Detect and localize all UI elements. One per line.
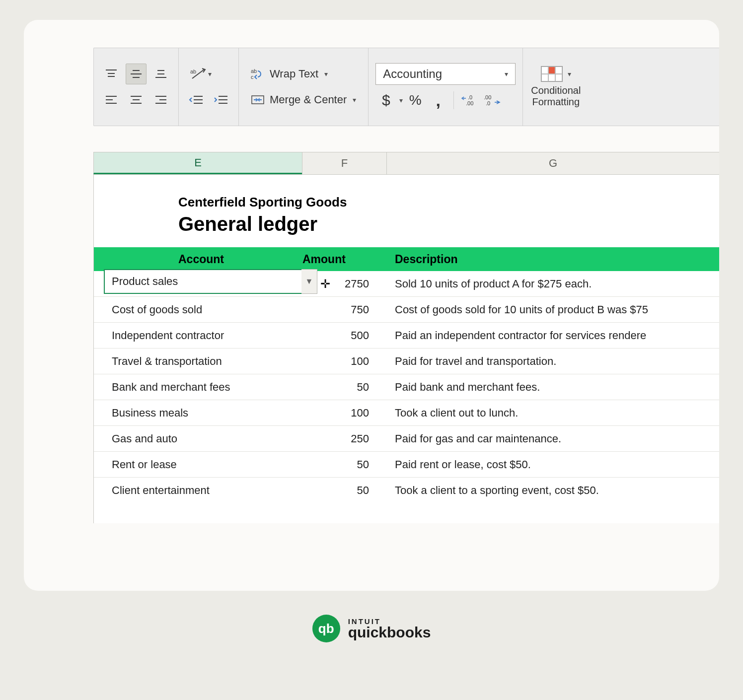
cell-account[interactable]: Gas and auto — [94, 432, 302, 445]
ribbon-toolbar: ab ▾ abc Wrap Text ▾ Merge & — [93, 48, 719, 126]
svg-text:.00: .00 — [484, 94, 491, 100]
header-amount: Amount — [302, 253, 382, 266]
cell-description[interactable]: Paid bank and merchant fees. — [382, 381, 719, 394]
align-left-button[interactable] — [101, 89, 122, 110]
align-group — [94, 48, 178, 126]
align-middle-button[interactable] — [126, 64, 147, 84]
column-header-row: E F G — [93, 152, 719, 175]
divider — [453, 91, 454, 109]
align-bottom-button[interactable] — [150, 64, 171, 84]
page-title: General ledger — [178, 213, 719, 235]
cell-account[interactable]: Cost of goods sold — [94, 303, 302, 316]
merge-center-label: Merge & Center — [270, 93, 347, 106]
logo-text: qb — [318, 621, 334, 636]
increase-decimal-button[interactable]: .0.00 — [459, 90, 480, 111]
header-description: Description — [382, 253, 719, 266]
svg-text:.0: .0 — [486, 100, 490, 106]
orientation-button[interactable]: ab ▾ — [186, 64, 216, 84]
wrap-text-icon: abc — [251, 68, 265, 80]
column-header-F[interactable]: F — [302, 152, 386, 174]
percent-button[interactable]: % — [405, 90, 426, 111]
table-row[interactable]: Product sales ▼ ✛ 2750 Sold 10 units of … — [94, 271, 719, 297]
merge-icon — [251, 94, 265, 106]
chevron-down-icon: ▾ — [399, 96, 403, 104]
align-center-button[interactable] — [126, 89, 147, 110]
cell-account[interactable]: Business meals — [94, 407, 302, 420]
number-format-select[interactable]: Accounting ▾ — [375, 63, 516, 85]
cell-account[interactable]: Independent contractor — [94, 329, 302, 342]
column-letter: E — [194, 156, 202, 169]
cell-account[interactable]: Client entertainment — [94, 484, 302, 497]
company-name: Centerfield Sporting Goods — [178, 195, 719, 210]
column-letter: F — [341, 157, 348, 170]
quickbooks-logo-icon: qb — [312, 615, 340, 642]
conditional-formatting-button[interactable]: ▾ Conditional Formatting — [522, 48, 589, 126]
spreadsheet-area[interactable]: Centerfield Sporting Goods General ledge… — [93, 175, 719, 523]
chevron-down-icon: ▾ — [568, 70, 571, 78]
number-format-value: Accounting — [383, 67, 442, 81]
cell-amount[interactable]: 50 — [302, 458, 382, 471]
cell-amount[interactable]: 50 — [302, 381, 382, 394]
table-row[interactable]: Independent contractor 500 Paid an indep… — [94, 323, 719, 349]
comma-style-button[interactable]: , — [428, 90, 448, 111]
cell-account[interactable]: Rent or lease — [94, 458, 302, 471]
chevron-down-icon: ▾ — [208, 70, 212, 78]
cell-description[interactable]: Paid for gas and car maintenance. — [382, 432, 719, 445]
cell-description[interactable]: Took a client to a sporting event, cost … — [382, 484, 719, 497]
active-cell[interactable]: Product sales — [104, 269, 302, 294]
currency-button[interactable]: $ — [375, 90, 396, 111]
table-row[interactable]: Bank and merchant fees 50 Paid bank and … — [94, 374, 719, 400]
table-row[interactable]: Gas and auto 250 Paid for gas and car ma… — [94, 426, 719, 452]
decrease-indent-button[interactable] — [186, 89, 207, 110]
brand-quickbooks: quickbooks — [348, 625, 431, 640]
chevron-down-icon: ▾ — [353, 96, 356, 104]
cell-description[interactable]: Cost of goods sold for 10 units of produ… — [382, 303, 719, 316]
column-header-G[interactable]: G — [386, 152, 719, 174]
brand-footer: qb INTUIT quickbooks — [20, 615, 723, 642]
merge-center-button[interactable]: Merge & Center ▾ — [246, 89, 361, 110]
cell-description[interactable]: Paid rent or lease, cost $50. — [382, 458, 719, 471]
cell-description[interactable]: Paid an independent contractor for servi… — [382, 329, 719, 342]
orientation-indent-group: ab ▾ — [178, 48, 238, 126]
svg-text:c: c — [251, 74, 254, 80]
cell-amount[interactable]: 50 — [302, 484, 382, 497]
column-letter: G — [549, 157, 557, 170]
app-card: ab ▾ abc Wrap Text ▾ Merge & — [24, 20, 719, 591]
decrease-decimal-button[interactable]: .00.0 — [482, 90, 503, 111]
svg-text:ab: ab — [190, 69, 196, 74]
table-row[interactable]: Travel & transportation 100 Paid for tra… — [94, 349, 719, 374]
column-header-E[interactable]: E — [93, 152, 302, 174]
cell-description[interactable]: Paid for travel and transportation. — [382, 355, 719, 368]
align-top-button[interactable] — [101, 64, 122, 84]
wrap-text-button[interactable]: abc Wrap Text ▾ — [246, 64, 361, 84]
cell-description[interactable]: Took a client out to lunch. — [382, 407, 719, 420]
cell-account[interactable]: Travel & transportation — [94, 355, 302, 368]
conditional-formatting-label: Conditional Formatting — [531, 85, 581, 108]
cell-account[interactable]: Bank and merchant fees — [94, 381, 302, 394]
conditional-formatting-icon — [541, 66, 563, 82]
wrap-merge-group: abc Wrap Text ▾ Merge & Center ▾ — [238, 48, 368, 126]
cell-amount[interactable]: 750 — [302, 303, 382, 316]
increase-indent-button[interactable] — [211, 89, 231, 110]
cell-amount[interactable]: 250 — [302, 432, 382, 445]
svg-text:.00: .00 — [466, 100, 473, 106]
cell-amount[interactable]: 100 — [302, 407, 382, 420]
chevron-down-icon: ▾ — [324, 70, 328, 78]
wrap-text-label: Wrap Text — [270, 68, 318, 80]
svg-text:.0: .0 — [468, 94, 472, 100]
table-row[interactable]: Cost of goods sold 750 Cost of goods sol… — [94, 297, 719, 323]
header-account: Account — [94, 253, 302, 266]
align-right-button[interactable] — [150, 89, 171, 110]
table-row[interactable]: Client entertainment 50 Took a client to… — [94, 478, 719, 503]
svg-text:ab: ab — [251, 68, 257, 74]
table-body: Product sales ▼ ✛ 2750 Sold 10 units of … — [94, 271, 719, 503]
table-row[interactable]: Business meals 100 Took a client out to … — [94, 400, 719, 426]
table-header-row: Account Amount Description — [94, 247, 719, 271]
number-format-group: Accounting ▾ $ ▾ % , .0.00 .00.0 — [368, 48, 522, 126]
active-cell-value: Product sales — [112, 275, 178, 288]
cell-amount[interactable]: 500 — [302, 329, 382, 342]
table-row[interactable]: Rent or lease 50 Paid rent or lease, cos… — [94, 452, 719, 478]
dropdown-arrow-icon[interactable]: ▼ — [301, 269, 317, 294]
cell-amount[interactable]: 100 — [302, 355, 382, 368]
cell-description[interactable]: Sold 10 units of product A for $275 each… — [382, 278, 719, 290]
